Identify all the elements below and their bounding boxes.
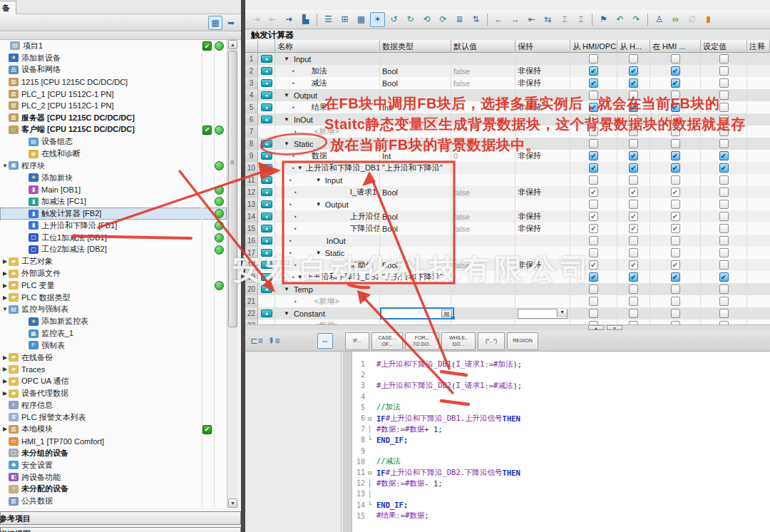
code-line[interactable]: 2 [352,369,770,380]
unchecked-checkbox[interactable] [719,224,729,233]
unchecked-checkbox[interactable] [719,297,729,306]
scl-code-editor[interactable]: 1#上升沿和下降沿_DB1(I_请求1:=#加法);23#上升沿和下降沿_DB2… [343,352,770,532]
tree-item[interactable]: ?未分配的设备 [0,483,227,495]
data-type-cell[interactable]: Bool [380,259,451,271]
code-line[interactable]: 6⊟IF #上升沿和下降沿_DB1.上升沿信号 THEN [352,413,770,424]
unchecked-checkbox[interactable] [629,236,638,245]
default-value-cell[interactable]: 0 [451,101,515,113]
add-block-icon[interactable]: ▙ [298,12,313,27]
unchecked-checkbox[interactable] [629,309,638,318]
sync-views-icon[interactable]: ⇆ [540,12,555,27]
tree-item[interactable]: ★添加新设备 [0,52,227,64]
unchecked-checkbox[interactable] [589,248,598,257]
default-value-cell[interactable] [451,113,515,126]
table-row[interactable]: 20◂▼Temp [245,283,770,295]
unchecked-checkbox[interactable] [719,139,729,148]
snippet-button[interactable]: IF... [345,332,369,350]
retain-cell[interactable] [515,319,570,324]
table-row[interactable]: 17◂▪▼Static [245,247,770,259]
unchecked-checkbox[interactable] [719,91,729,100]
fold-icon[interactable]: ⊟ [368,469,376,476]
gray-checked-checkbox[interactable]: ✔ [671,224,680,233]
data-type-cell[interactable] [380,247,451,259]
default-value-cell[interactable]: false [451,210,515,222]
expander-icon[interactable]: ▶ [1,426,9,432]
active-edit-cell[interactable]: ▤ [380,307,454,319]
retain-cell[interactable] [515,53,570,65]
expander-icon[interactable]: ▼ [1,306,9,312]
navigate-forward-icon[interactable]: → [508,12,523,27]
retain-cell[interactable] [515,113,570,126]
insert-row-icon[interactable]: ⇥ [249,12,264,27]
unchecked-checkbox[interactable] [629,248,638,257]
unchecked-checkbox[interactable] [719,212,729,221]
tree-item[interactable]: ▤设备组态 [0,135,227,148]
reset-start-icon[interactable]: ↺ [386,12,401,27]
name-cell[interactable]: ▼Static [275,138,380,150]
expand-editor-icon[interactable]: ⇔ [317,333,333,349]
default-value-cell[interactable] [451,319,515,324]
tab-devices[interactable]: 备 [0,1,16,15]
code-line[interactable]: 7│ #数据 := #数据 + 1; [352,424,770,434]
data-type-cell[interactable]: "上升沿和下降沿" [380,162,451,174]
section-expander-icon[interactable]: ▼ [297,165,303,171]
tree-item[interactable]: ▶▰工艺对象 [0,255,227,267]
retain-cell[interactable] [515,307,570,319]
code-line[interactable]: 12│ #数据 := #数据 - 1; [352,478,770,488]
unchecked-checkbox[interactable] [671,139,680,148]
tree-item[interactable]: ▥公共数据 [0,495,227,507]
column-header[interactable]: 数据类型 [380,40,451,53]
unchecked-checkbox[interactable] [589,54,598,63]
checked-checkbox[interactable]: ✔ [671,151,680,160]
name-cell[interactable]: ▼Temp [275,283,380,295]
name-cell[interactable]: ▪▼上升沿和下降沿_DB2 [275,271,380,283]
snippet-button[interactable]: FOR... TO DO.. [405,332,439,350]
checked-checkbox[interactable]: ✔ [589,163,598,173]
unchecked-checkbox[interactable] [589,127,598,136]
unchecked-checkbox[interactable] [671,91,680,100]
delete-row-icon[interactable]: ⇤ [265,12,280,27]
retain-cell[interactable]: 非保持 [515,150,570,162]
monitor-off-icon[interactable]: ∅ [684,12,699,27]
checked-checkbox[interactable]: ✔ [719,151,729,160]
default-value-cell[interactable]: false [451,65,515,77]
unchecked-checkbox[interactable] [719,260,729,270]
unchecked-checkbox[interactable] [629,115,638,124]
unchecked-checkbox[interactable] [629,175,638,185]
tree-item[interactable]: F强制表 [0,339,227,352]
name-cell[interactable]: ▪上升沿信号 [275,210,380,222]
unchecked-checkbox[interactable] [589,297,598,306]
tree-item[interactable]: ▼▣程序块 [0,160,227,172]
tree-item[interactable]: ★添加新块 [0,172,227,184]
checked-checkbox[interactable]: ✔ [671,272,680,282]
unchecked-checkbox[interactable] [719,236,729,245]
unchecked-checkbox[interactable] [589,236,598,245]
data-type-cell[interactable]: Bool [380,77,451,89]
comment-cell[interactable] [747,210,770,222]
comment-cell[interactable] [747,138,770,150]
comment-cell[interactable] [747,319,770,324]
table-row[interactable]: 8◂▼Static [245,138,770,150]
section-expander-icon[interactable]: ▼ [284,310,289,317]
name-cell[interactable]: ▪InOut [275,235,380,247]
data-type-cell[interactable] [380,235,451,247]
default-value-cell[interactable] [451,295,515,307]
unchecked-checkbox[interactable] [671,175,680,185]
expander-icon[interactable]: ▶ [1,295,9,301]
comment-cell[interactable] [747,174,770,186]
split-down-icon[interactable]: ▼ [607,325,622,330]
checked-checkbox[interactable]: ✔ [671,103,680,112]
checked-checkbox[interactable]: ✔ [629,151,638,160]
table-row[interactable]: 6◂▼InOut [245,113,770,126]
retain-cell[interactable] [515,271,570,283]
table-row[interactable]: 12◂▪I_请求1Boolfalse非保持✔✔✔ [245,186,770,198]
column-header[interactable]: 从 H... [617,40,650,53]
default-value-cell[interactable] [451,174,515,186]
gray-checked-checkbox[interactable]: ✔ [671,188,680,197]
name-cell[interactable]: ▪数据 [275,150,380,162]
tree-item[interactable]: ▥客户端 [CPU 1215C DC/DC/DC]✔ [0,124,227,136]
code-line[interactable]: 8└END_IF; [352,434,770,445]
name-cell[interactable]: ▪加法 [275,65,380,77]
unchecked-checkbox[interactable] [629,139,638,148]
table-row[interactable]: 19◂▪▼上升沿和下降沿_DB2"上升沿和下降沿"✔✔✔✔ [245,271,770,283]
